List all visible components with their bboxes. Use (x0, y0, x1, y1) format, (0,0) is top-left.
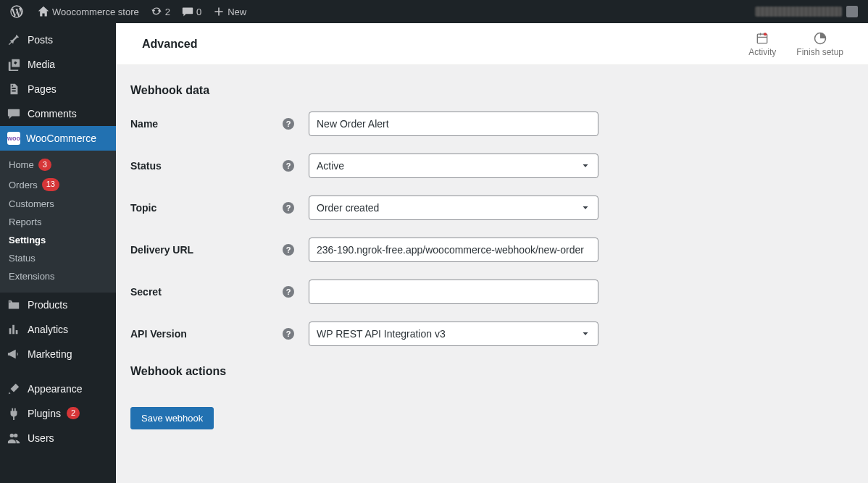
submenu-label: Customers (9, 198, 54, 209)
topic-select[interactable]: Order created (309, 196, 598, 220)
sidebar-item-label: Users (28, 432, 54, 444)
status-select[interactable]: Active (309, 154, 598, 178)
progress-icon (813, 31, 827, 46)
main-content: Advanced Activity Finish setup Webhook d… (116, 23, 868, 483)
wp-logo[interactable] (4, 0, 32, 23)
submenu-item-orders[interactable]: Orders 13 (0, 175, 116, 194)
plus-icon (213, 6, 225, 17)
help-icon[interactable]: ? (283, 202, 294, 214)
megaphone-icon (7, 348, 22, 361)
sidebar-item-woocommerce[interactable]: woo WooCommerce (0, 126, 116, 151)
secret-label: Secret (130, 286, 283, 298)
status-label: Status (130, 160, 283, 172)
save-webhook-button[interactable]: Save webhook (130, 407, 214, 429)
secret-input[interactable] (309, 280, 598, 304)
submenu-item-home[interactable]: Home 3 (0, 155, 116, 175)
sidebar-item-label: Analytics (28, 324, 68, 335)
comments-link[interactable]: 0 (176, 0, 207, 23)
sidebar-item-label: WooCommerce (26, 133, 96, 144)
badge: 2 (67, 407, 80, 419)
admin-sidebar: Posts Media Pages Comments woo WooCommer… (0, 23, 116, 483)
sidebar-item-products[interactable]: Products (0, 293, 116, 317)
sidebar-item-appearance[interactable]: Appearance (0, 377, 116, 401)
submenu-item-reports[interactable]: Reports (0, 213, 116, 231)
status-value: Active (317, 160, 344, 172)
finish-setup-button[interactable]: Finish setup (786, 31, 854, 57)
sidebar-item-label: Pages (28, 83, 57, 95)
comments-count: 0 (196, 7, 201, 17)
new-content-link[interactable]: New (207, 0, 252, 23)
svg-point-1 (764, 33, 767, 35)
badge: 3 (38, 159, 51, 171)
sidebar-item-label: Appearance (28, 383, 83, 395)
submenu-item-extensions[interactable]: Extensions (0, 267, 116, 285)
row-delivery-url: Delivery URL ? (130, 238, 854, 262)
submenu-label: Status (9, 253, 36, 264)
help-icon[interactable]: ? (283, 160, 294, 172)
comments-icon (7, 107, 22, 120)
delivery-url-input[interactable] (309, 238, 598, 262)
pages-icon (7, 83, 22, 96)
update-icon (151, 6, 162, 17)
sidebar-item-marketing[interactable]: Marketing (0, 342, 116, 366)
wordpress-icon (10, 5, 23, 18)
chevron-down-icon (580, 329, 591, 339)
sidebar-item-label: Plugins (28, 408, 61, 419)
plug-icon (7, 407, 22, 420)
pin-icon (7, 33, 22, 46)
help-icon[interactable]: ? (283, 328, 294, 340)
comment-icon (182, 6, 193, 17)
activity-label: Activity (748, 47, 776, 57)
page-header: Advanced Activity Finish setup (116, 23, 868, 65)
sidebar-item-label: Media (28, 59, 55, 70)
help-icon[interactable]: ? (283, 244, 294, 256)
help-icon[interactable]: ? (283, 286, 294, 298)
brush-icon (7, 382, 22, 395)
api-version-select[interactable]: WP REST API Integration v3 (309, 322, 598, 346)
new-label: New (228, 7, 246, 17)
avatar (846, 6, 858, 17)
sidebar-item-media[interactable]: Media (0, 52, 116, 77)
submenu-label: Extensions (9, 271, 55, 282)
activity-button[interactable]: Activity (738, 31, 786, 57)
topic-value: Order created (317, 202, 379, 214)
row-topic: Topic ? Order created (130, 196, 854, 220)
woocommerce-submenu: Home 3 Orders 13 Customers Reports Setti… (0, 151, 116, 293)
name-label: Name (130, 118, 283, 130)
current-menu-arrow (110, 133, 116, 144)
api-value: WP REST API Integration v3 (317, 328, 446, 340)
webhook-form: Webhook data Name ? Status ? Active Topi… (116, 65, 868, 451)
analytics-icon (7, 323, 22, 336)
user-menu[interactable] (749, 0, 864, 23)
sidebar-item-comments[interactable]: Comments (0, 101, 116, 126)
site-link[interactable]: Woocommerce store (32, 0, 145, 23)
help-icon[interactable]: ? (283, 118, 294, 130)
name-input[interactable] (309, 112, 598, 136)
submenu-item-status[interactable]: Status (0, 249, 116, 267)
sidebar-item-posts[interactable]: Posts (0, 28, 116, 52)
row-status: Status ? Active (130, 154, 854, 178)
woocommerce-icon: woo (7, 132, 20, 145)
sidebar-item-label: Marketing (28, 348, 72, 360)
sidebar-item-users[interactable]: Users (0, 426, 116, 450)
sidebar-item-label: Products (28, 299, 67, 311)
submenu-item-customers[interactable]: Customers (0, 195, 116, 213)
row-api-version: API Version ? WP REST API Integration v3 (130, 322, 854, 346)
topic-label: Topic (130, 202, 283, 214)
actions-title: Webhook actions (130, 365, 854, 378)
submenu-item-settings[interactable]: Settings (0, 231, 116, 249)
products-icon (7, 298, 22, 311)
home-icon (38, 6, 49, 17)
finish-label: Finish setup (796, 47, 843, 57)
media-icon (7, 58, 22, 71)
submenu-label: Orders (9, 180, 38, 190)
row-secret: Secret ? (130, 280, 854, 304)
section-title: Webhook data (130, 84, 854, 97)
activity-icon (755, 31, 769, 46)
sidebar-item-analytics[interactable]: Analytics (0, 317, 116, 342)
sidebar-item-label: Comments (28, 108, 77, 119)
submenu-label: Reports (9, 217, 42, 227)
updates-link[interactable]: 2 (145, 0, 176, 23)
sidebar-item-plugins[interactable]: Plugins 2 (0, 401, 116, 426)
sidebar-item-pages[interactable]: Pages (0, 77, 116, 101)
